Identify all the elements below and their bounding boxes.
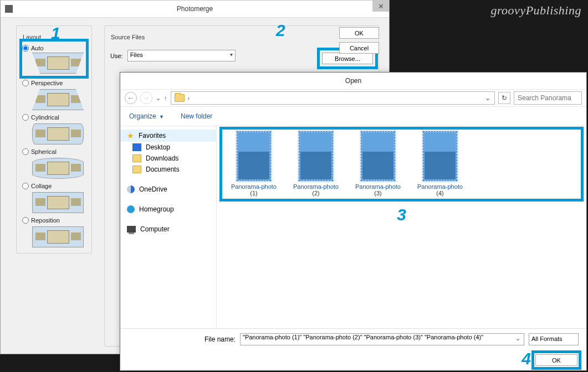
refresh-button[interactable]: ↻ bbox=[498, 92, 510, 104]
radio-auto[interactable] bbox=[22, 45, 29, 51]
layout-cylindrical[interactable]: Cylindrical bbox=[22, 114, 86, 121]
step-4-badge: 4 bbox=[521, 349, 531, 368]
photomerge-titlebar: Photomerge ✕ bbox=[1, 1, 389, 18]
label-perspective: Perspective bbox=[31, 80, 63, 86]
sidebar-computer[interactable]: Computer bbox=[120, 224, 216, 235]
watermark-text: groovyPublishing bbox=[490, 3, 581, 18]
close-button[interactable]: ✕ bbox=[372, 1, 389, 12]
file-suffix: (4) bbox=[411, 190, 469, 197]
ok-button[interactable]: OK bbox=[339, 27, 379, 39]
file-name: Panorama-photo bbox=[355, 183, 401, 190]
sidebar-homegroup[interactable]: Homegroup bbox=[120, 204, 216, 215]
dialog-right-buttons: OK Cancel bbox=[339, 27, 379, 54]
layout-options: Auto Perspective Cylindrical Spherical C… bbox=[22, 42, 86, 247]
label-cylindrical: Cylindrical bbox=[31, 114, 59, 121]
file-item-2[interactable]: Panorama-photo(2) bbox=[287, 132, 345, 197]
radio-perspective[interactable] bbox=[22, 80, 29, 86]
toolbar: Organize ▼ New folder bbox=[120, 107, 586, 126]
onedrive-label: OneDrive bbox=[139, 185, 167, 193]
new-folder-button[interactable]: New folder bbox=[181, 112, 212, 120]
folder-icon bbox=[175, 94, 185, 102]
sidebar-documents[interactable]: Documents bbox=[120, 164, 216, 175]
thumb-spherical bbox=[32, 158, 84, 179]
layout-spherical[interactable]: Spherical bbox=[22, 148, 86, 155]
file-suffix: (2) bbox=[287, 190, 345, 197]
computer-icon bbox=[127, 226, 136, 232]
thumbnail-icon bbox=[237, 132, 270, 180]
computer-label: Computer bbox=[140, 225, 170, 233]
open-dialog: Open ← → ⌄ ↑ › ⌄ ↻ Organize ▼ New folder… bbox=[120, 72, 587, 371]
photomerge-title: Photomerge bbox=[177, 5, 213, 13]
radio-collage[interactable] bbox=[22, 183, 29, 189]
thumb-perspective bbox=[32, 89, 84, 110]
app-icon bbox=[5, 5, 13, 13]
open-footer: File name: "Panorama-photo (1)" "Panoram… bbox=[120, 328, 586, 370]
thumbnail-icon bbox=[423, 132, 457, 180]
format-dropdown[interactable]: All Formats bbox=[529, 333, 579, 345]
filename-input[interactable]: "Panorama-photo (1)" "Panorama-photo (2)… bbox=[240, 333, 524, 345]
sidebar-favorites[interactable]: ★Favorites bbox=[120, 130, 216, 142]
layout-collage[interactable]: Collage bbox=[22, 183, 86, 189]
browse-button[interactable]: Browse... bbox=[322, 53, 373, 64]
layout-reposition[interactable]: Reposition bbox=[22, 217, 86, 224]
use-value: Files bbox=[130, 51, 143, 58]
open-ok-button[interactable]: OK bbox=[535, 354, 577, 366]
favorites-label: Favorites bbox=[139, 132, 166, 140]
back-button[interactable]: ← bbox=[125, 92, 137, 104]
star-icon: ★ bbox=[127, 131, 134, 140]
address-bar[interactable]: › ⌄ bbox=[171, 91, 495, 105]
label-reposition: Reposition bbox=[31, 217, 60, 224]
step-1-badge: 1 bbox=[51, 24, 60, 43]
file-name: Panorama-photo bbox=[231, 183, 277, 190]
thumb-auto bbox=[32, 53, 84, 74]
recent-dropdown[interactable]: ⌄ bbox=[156, 95, 161, 102]
organize-label: Organize bbox=[129, 112, 156, 120]
label-collage: Collage bbox=[31, 183, 52, 189]
file-pane[interactable]: Panorama-photo(1) Panorama-photo(2) Pano… bbox=[217, 126, 586, 336]
search-input[interactable] bbox=[514, 91, 582, 105]
cancel-button[interactable]: Cancel bbox=[339, 42, 379, 54]
thumbnail-icon bbox=[299, 132, 333, 180]
filename-label: File name: bbox=[198, 335, 236, 343]
layout-auto[interactable]: Auto bbox=[22, 45, 86, 51]
radio-reposition[interactable] bbox=[22, 217, 29, 224]
selected-files-highlight: Panorama-photo(1) Panorama-photo(2) Pano… bbox=[222, 130, 581, 199]
layout-legend: Layout bbox=[21, 34, 43, 40]
downloads-icon bbox=[132, 154, 141, 162]
label-spherical: Spherical bbox=[31, 148, 57, 155]
thumbnail-icon bbox=[361, 132, 395, 180]
use-dropdown[interactable]: Files bbox=[127, 50, 236, 61]
file-name: Panorama-photo bbox=[417, 183, 463, 190]
layout-perspective[interactable]: Perspective bbox=[22, 80, 86, 86]
organize-menu[interactable]: Organize ▼ bbox=[129, 112, 164, 120]
thumb-collage bbox=[32, 192, 84, 213]
file-item-4[interactable]: Panorama-photo(4) bbox=[411, 132, 469, 197]
desktop-icon bbox=[132, 143, 141, 151]
open-title: Open bbox=[120, 73, 586, 89]
thumb-cylindrical bbox=[32, 123, 84, 144]
homegroup-icon bbox=[127, 205, 135, 213]
sidebar: ★Favorites Desktop Downloads Documents O… bbox=[120, 126, 217, 336]
up-button[interactable]: ↑ bbox=[164, 95, 167, 101]
documents-icon bbox=[132, 166, 141, 173]
documents-label: Documents bbox=[146, 166, 180, 173]
address-dropdown[interactable]: ⌄ bbox=[484, 94, 491, 102]
file-name: Panorama-photo bbox=[293, 183, 339, 190]
sidebar-downloads[interactable]: Downloads bbox=[120, 153, 216, 164]
label-auto: Auto bbox=[31, 45, 44, 51]
homegroup-label: Homegroup bbox=[139, 205, 174, 213]
thumb-reposition bbox=[32, 226, 84, 247]
desktop-label: Desktop bbox=[146, 143, 170, 151]
file-item-3[interactable]: Panorama-photo(3) bbox=[349, 132, 407, 197]
breadcrumb-chevron[interactable]: › bbox=[188, 95, 190, 101]
radio-spherical[interactable] bbox=[22, 148, 29, 155]
file-suffix: (3) bbox=[349, 190, 407, 197]
sidebar-desktop[interactable]: Desktop bbox=[120, 142, 216, 153]
file-suffix: (1) bbox=[224, 190, 283, 197]
use-label: Use: bbox=[110, 53, 123, 59]
forward-button[interactable]: → bbox=[140, 92, 152, 104]
file-item-1[interactable]: Panorama-photo(1) bbox=[224, 132, 283, 197]
filename-value: "Panorama-photo (1)" "Panorama-photo (2)… bbox=[243, 334, 483, 340]
radio-cylindrical[interactable] bbox=[22, 114, 29, 121]
sidebar-onedrive[interactable]: OneDrive bbox=[120, 184, 216, 195]
